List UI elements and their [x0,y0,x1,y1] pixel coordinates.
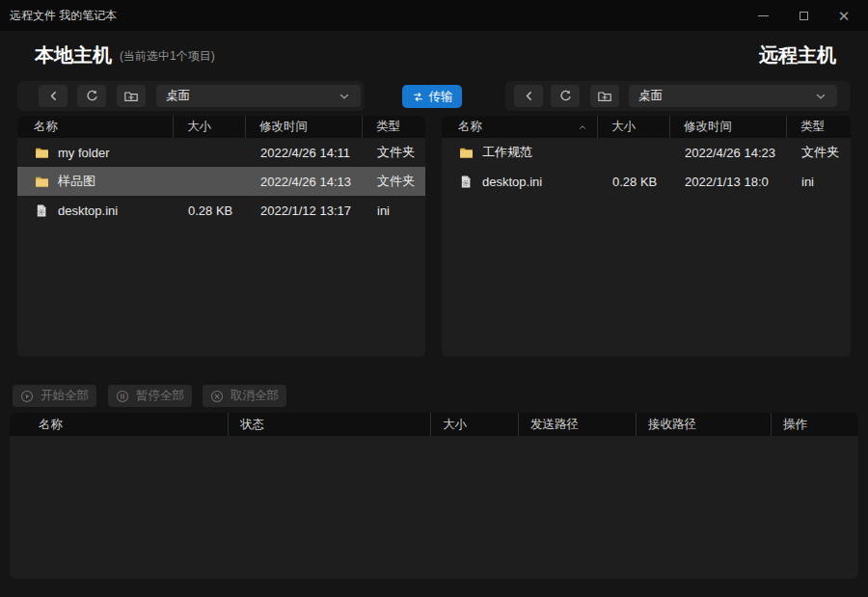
local-file-list: my folder2022/4/26 14:11文件夹样品图2022/4/26 … [17,138,425,225]
queue-column-send-path[interactable]: 发送路径 [519,413,637,436]
window-title: 远程文件 我的笔记本 [10,0,117,31]
file-row[interactable]: 样品图2022/4/26 14:13文件夹 [17,167,425,196]
remote-refresh-button[interactable] [551,85,580,107]
file-name: desktop.ini [58,204,118,218]
pause-all-label: 暂停全部 [136,388,184,404]
file-name: 样品图 [58,173,95,190]
file-modified-cell: 2022/1/13 18:0 [670,167,787,196]
close-button[interactable]: ✕ [824,0,864,31]
folder-plus-icon [597,89,612,104]
local-back-button[interactable] [39,85,68,107]
minimize-icon [758,15,769,16]
swap-arrows-icon [412,91,424,103]
file-row[interactable]: my folder2022/4/26 14:11文件夹 [17,138,425,167]
pause-circle-icon [116,390,129,403]
local-column-type[interactable]: 类型 [363,116,425,138]
remote-back-button[interactable] [514,85,543,107]
remote-host-title: 远程主机 [759,42,836,68]
maximize-button[interactable] [783,0,824,31]
transfer-queue-table: 名称 状态 大小 发送路径 接收路径 操作 [10,413,858,579]
app-window: 远程文件 我的笔记本 ✕ 本地主机(当前选中1个项目) 远程主机 桌面 传输 [0,0,868,597]
file-name: 工作规范 [482,144,532,161]
file-name-cell: my folder [17,138,174,167]
file-row[interactable]: 工作规范2022/4/26 14:23文件夹 [442,138,851,167]
queue-column-name[interactable]: 名称 [10,413,229,436]
refresh-icon [558,89,573,103]
file-name-cell: 样品图 [17,167,174,196]
transfer-button-label: 传输 [429,89,453,105]
file-row[interactable]: desktop.ini0.28 KB2022/1/13 18:0ini [442,167,851,196]
file-modified-cell: 2022/4/26 14:13 [246,167,363,196]
start-all-button[interactable]: 开始全部 [13,385,96,407]
remote-column-modified[interactable]: 修改时间 [670,116,787,138]
file-modified-cell: 2022/4/26 14:11 [246,138,363,167]
ini-file-icon [35,204,49,218]
local-path-dropdown[interactable]: 桌面 [156,85,361,107]
remote-column-type[interactable]: 类型 [787,116,851,138]
refresh-icon [85,89,99,103]
local-refresh-button[interactable] [77,85,106,107]
file-modified-cell: 2022/4/26 14:23 [670,138,787,167]
file-type-cell: 文件夹 [363,167,425,196]
folder-plus-icon [123,89,139,104]
remote-file-list: 工作规范2022/4/26 14:23文件夹desktop.ini0.28 KB… [442,138,851,196]
file-size-cell [174,138,246,167]
queue-column-receive-path[interactable]: 接收路径 [637,413,772,436]
remote-new-folder-button[interactable] [590,85,619,107]
remote-toolbar: 桌面 [505,81,851,111]
file-type-cell: ini [787,167,851,196]
file-type-cell: ini [363,196,425,225]
folder-icon [35,175,49,189]
ini-file-icon [459,175,474,189]
chevron-left-icon [46,89,61,103]
local-host-label: 本地主机 [35,44,112,66]
local-toolbar: 桌面 [17,81,365,111]
titlebar: 远程文件 我的笔记本 ✕ [0,0,868,31]
file-size-cell: 0.28 KB [174,196,246,225]
remote-column-size[interactable]: 大小 [598,116,670,138]
queue-column-size[interactable]: 大小 [431,413,519,436]
selection-info: (当前选中1个项目) [120,49,215,63]
file-name: my folder [58,146,109,160]
play-circle-icon [20,390,34,403]
file-type-cell: 文件夹 [787,138,851,167]
local-column-name[interactable]: 名称 [17,116,174,138]
queue-column-operation[interactable]: 操作 [772,413,858,436]
sort-ascending-icon [578,122,587,132]
transfer-queue-header: 名称 状态 大小 发送路径 接收路径 操作 [10,413,858,436]
remote-path-dropdown[interactable]: 桌面 [629,85,837,107]
file-name-cell: desktop.ini [442,167,598,196]
maximize-icon [800,12,808,20]
file-type-cell: 文件夹 [363,138,425,167]
pause-all-button[interactable]: 暂停全部 [108,385,192,407]
folder-icon [459,146,474,160]
file-name-cell: desktop.ini [17,196,174,225]
close-icon: ✕ [838,9,851,23]
minimize-button[interactable] [743,0,783,31]
file-size-cell [598,138,670,167]
file-name: desktop.ini [482,175,542,189]
cancel-all-button[interactable]: 取消全部 [203,385,286,407]
remote-path-value: 桌面 [638,88,814,104]
local-new-folder-button[interactable] [117,85,146,107]
transfer-button[interactable]: 传输 [402,85,462,108]
local-column-size[interactable]: 大小 [174,116,246,138]
local-file-panel: 名称 大小 修改时间 类型 my folder2022/4/26 14:11文件… [17,116,425,357]
remote-column-name[interactable]: 名称 [442,116,598,138]
folder-icon [35,146,49,160]
chevron-down-icon [814,90,827,103]
transfer-queue-body [10,436,858,579]
file-row[interactable]: desktop.ini0.28 KB2022/1/12 13:17ini [17,196,425,225]
file-modified-cell: 2022/1/12 13:17 [246,196,363,225]
remote-file-header: 名称 大小 修改时间 类型 [442,116,851,138]
local-file-header: 名称 大小 修改时间 类型 [17,116,425,138]
cancel-all-label: 取消全部 [231,388,279,404]
chevron-down-icon [338,90,351,103]
local-column-modified[interactable]: 修改时间 [246,116,363,138]
start-all-label: 开始全部 [41,388,89,404]
remote-file-panel: 名称 大小 修改时间 类型 工作规范2022/4/26 14:23文件夹desk… [442,116,851,357]
local-path-value: 桌面 [166,88,338,104]
queue-column-status[interactable]: 状态 [229,413,431,436]
file-size-cell [174,167,246,196]
x-circle-icon [210,390,224,403]
